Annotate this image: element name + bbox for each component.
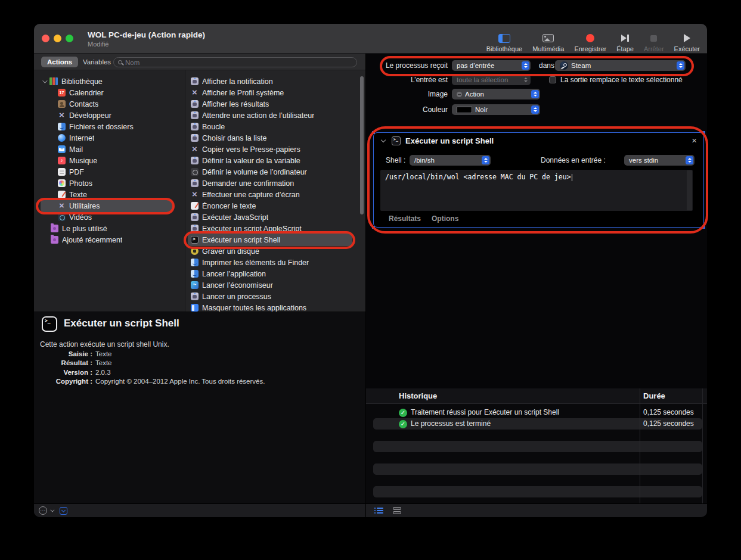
description-field: Version :2.0.3: [34, 368, 365, 377]
item-label: Demander une confirmation: [202, 179, 294, 188]
search-input[interactable]: [125, 59, 352, 66]
script-editor[interactable]: /usr/local/bin/wol <adresse MAC du PC de…: [380, 170, 693, 211]
sidebar-item-calendrier[interactable]: Calendrier: [34, 87, 185, 98]
action-item-d-finir-la-valeur-de-la-variable[interactable]: Définir la valeur de la variable: [185, 155, 365, 166]
disclosure-chevron-icon[interactable]: [42, 78, 47, 83]
description-field: Copyright :Copyright © 2004–2012 Apple I…: [34, 377, 365, 387]
item-label: Exécuter un script Shell: [202, 236, 280, 244]
action-item-lancer-un-processus[interactable]: Lancer un processus: [185, 291, 365, 302]
sidebar-folder-le-plus-utilis-[interactable]: Le plus utilisé: [34, 223, 185, 234]
sidebar-item-vid-os[interactable]: Vidéos: [34, 211, 185, 223]
quick-action-inspector: Le processus reçoit pas d’entrée dans St…: [366, 54, 707, 125]
application-popup[interactable]: Steam: [555, 60, 686, 71]
action-item-attendre-une-action-de-l-utilisateur[interactable]: Attendre une action de l’utilisateur: [185, 110, 365, 121]
sidebar-folder-ajout-r-cemment[interactable]: Ajouté récemment: [34, 234, 185, 245]
field-value: 2.0.3: [95, 369, 111, 376]
history-row[interactable]: ✓Le processus est terminé0,125 secondes: [366, 418, 707, 430]
history-row[interactable]: ✓Traitement réussi pour Exécuter un scri…: [366, 407, 707, 418]
shell-script-action-panel[interactable]: Exécuter un script Shell × Shell : /bin/…: [373, 132, 704, 228]
description-summary: Cette action exécute un script shell Uni…: [40, 340, 169, 349]
selection-handle: [372, 226, 375, 229]
action-item-afficher-la-notification[interactable]: Afficher la notification: [185, 76, 365, 87]
library-toolbar-button[interactable]: Bibliothèque: [486, 33, 523, 52]
item-label: Texte: [69, 191, 87, 199]
step-toolbar-button[interactable]: Étape: [616, 33, 634, 52]
action-item-boucle[interactable]: Boucle: [185, 121, 365, 132]
close-action-button[interactable]: ×: [692, 135, 697, 145]
window-modified-status: Modifié: [88, 41, 108, 48]
record-toolbar-button[interactable]: Enregistrer: [574, 33, 606, 52]
history-header: Historique Durée: [366, 388, 707, 404]
sidebar-item-fichiers-et-dossiers[interactable]: Fichiers et dossiers: [34, 121, 185, 132]
robot-icon: [191, 134, 199, 142]
image-popup[interactable]: Action: [452, 89, 540, 99]
workflow-options-button[interactable]: ···: [39, 506, 47, 515]
action-item-lancer-l-application[interactable]: Lancer l’application: [185, 268, 365, 279]
sidebar-item-bibliotheque[interactable]: Bibliothèque: [34, 76, 185, 87]
action-item-afficher-les-r-sultats[interactable]: Afficher les résultats: [185, 98, 365, 110]
success-check-icon: ✓: [399, 420, 407, 428]
action-item-copier-vers-le-presse-papiers[interactable]: Copier vers le Presse-papiers: [185, 144, 365, 155]
item-label: Développeur: [69, 111, 111, 120]
library-tab-bar: Actions Variables: [34, 54, 365, 70]
duration-column-header: Durée: [643, 388, 665, 404]
action-item-afficher-le-profil-syst-me[interactable]: Afficher le Profil système: [185, 87, 365, 98]
replace-text-checkbox[interactable]: [549, 76, 556, 83]
action-item-demander-une-confirmation[interactable]: Demander une confirmation: [185, 178, 365, 189]
sidebar-item-mail[interactable]: Mail: [34, 144, 185, 155]
action-item-d-finir-le-volume-de-l-ordinateur[interactable]: Définir le volume de l’ordinateur: [185, 166, 365, 178]
tab-actions[interactable]: Actions: [41, 57, 78, 67]
history-row-text: Le processus est terminé: [411, 418, 491, 430]
item-label: Utilitaires: [69, 202, 100, 210]
input-type-popup[interactable]: pas d’entrée: [452, 60, 531, 71]
hideall-icon: [191, 304, 199, 312]
minimize-window-button[interactable]: [54, 35, 61, 42]
close-window-button[interactable]: [42, 35, 49, 42]
sidebar-item-texte[interactable]: Texte: [34, 189, 185, 200]
zoom-window-button[interactable]: [66, 35, 73, 42]
media-toolbar-button[interactable]: Multimédia: [532, 33, 564, 52]
action-item-lancer-l-conomiseur[interactable]: Lancer l’économiseur: [185, 279, 365, 291]
action-item-ex-cuter-javascript[interactable]: Exécuter JavaScript: [185, 211, 365, 223]
sidebar-item-utilitaires[interactable]: Utilitaires: [34, 200, 185, 211]
selection-handle: [702, 131, 705, 134]
tab-variables[interactable]: Variables: [77, 57, 117, 67]
search-field[interactable]: [113, 57, 357, 67]
collapse-chevron-icon[interactable]: [381, 138, 386, 142]
action-item-graver-un-disque[interactable]: Graver un disque: [185, 245, 365, 257]
action-item-choisir-dans-la-liste[interactable]: Choisir dans la liste: [185, 132, 365, 144]
item-label: Attendre une action de l’utilisateur: [202, 111, 314, 120]
action-item-ex-cuter-un-script-applescript[interactable]: Exécuter un script AppleScript: [185, 223, 365, 234]
sidebar-item-d-veloppeur[interactable]: Développeur: [34, 110, 185, 121]
media-browser-toggle[interactable]: [60, 507, 67, 515]
action-item-ex-cuter-un-script-shell[interactable]: Exécuter un script Shell: [185, 234, 365, 245]
action-item-masquer-toutes-les-applications[interactable]: Masquer toutes les applications: [185, 302, 365, 312]
shell-popup[interactable]: /bin/sh: [410, 155, 491, 166]
sidebar-item-contacts[interactable]: Contacts: [34, 98, 185, 110]
action-item-effectuer-une-capture-d-cran[interactable]: Effectuer une capture d’écran: [185, 189, 365, 200]
run-toolbar-button[interactable]: Exécuter: [674, 33, 700, 52]
options-link[interactable]: Options: [432, 214, 458, 223]
stdin-popup[interactable]: vers stdin: [624, 155, 695, 166]
sidebar-item-pdf[interactable]: PDF: [34, 166, 185, 178]
item-label: Bibliothèque: [61, 77, 103, 86]
sidebar-item-photos[interactable]: Photos: [34, 178, 185, 189]
burn-icon: [191, 247, 199, 255]
results-link[interactable]: Résultats: [389, 214, 421, 223]
action-item--noncer-le-texte[interactable]: Énoncer le texte: [185, 200, 365, 211]
color-popup[interactable]: Noir: [452, 104, 540, 115]
robot-icon: [191, 157, 199, 164]
script-scrollbar[interactable]: [687, 170, 692, 210]
automator-window: WOL PC-de-jeu (Action rapide) Modifié Bi…: [34, 24, 707, 517]
log-list-view-button[interactable]: [377, 506, 383, 515]
action-list-scrollbar[interactable]: [360, 76, 364, 214]
shell-label: Shell :: [386, 154, 405, 166]
xtools-icon: [58, 202, 66, 210]
action-item-imprimer-les-l-ments-du-finder[interactable]: Imprimer les éléments du Finder: [185, 257, 365, 268]
log-panel-view-button[interactable]: [393, 506, 401, 515]
history-empty-row: [366, 452, 707, 463]
column-separator: [640, 388, 640, 503]
sidebar-item-internet[interactable]: Internet: [34, 132, 185, 144]
sidebar-item-musique[interactable]: Musique: [34, 155, 185, 166]
globe-icon: [58, 134, 66, 142]
